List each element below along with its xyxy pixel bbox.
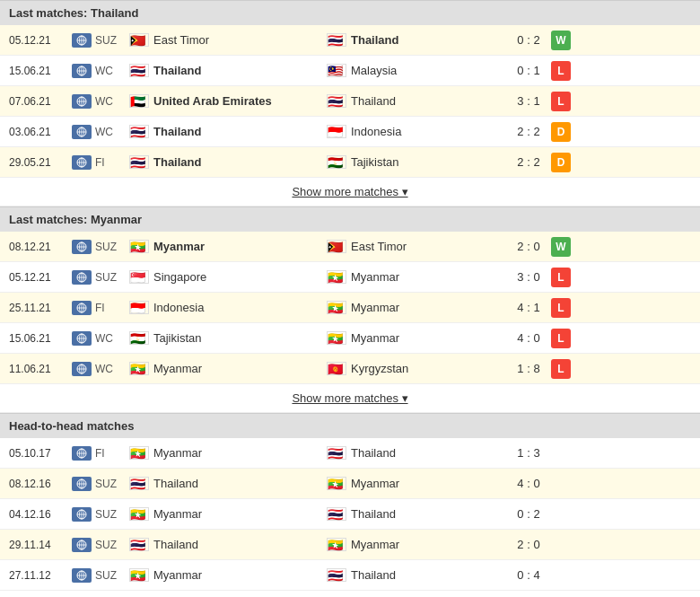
away-flag: 🇹🇭 [327, 507, 346, 521]
team-home[interactable]: 🇹🇭Thailand [129, 538, 327, 551]
team-away[interactable]: 🇹🇭Thailand [327, 568, 506, 582]
away-team-name: Myanmar [351, 301, 399, 314]
match-row: 15.06.21WC🇹🇭Thailand🇲🇾Malaysia0 : 1L [0, 56, 700, 86]
match-score: 2 : 0 [506, 538, 551, 551]
competition-label: SUZ [95, 241, 129, 253]
match-date: 05.12.21 [9, 271, 72, 284]
team-away[interactable]: 🇹🇱East Timor [327, 240, 506, 253]
competition-icon [72, 362, 92, 376]
section-header-h2h: Head-to-head matches [0, 413, 700, 438]
result-badge: L [551, 268, 571, 287]
home-flag: 🇹🇭 [129, 477, 149, 490]
team-home[interactable]: 🇲🇲Myanmar [129, 362, 327, 375]
show-more-row-thailand: Show more matches ▾ [0, 178, 700, 206]
app-container: Last matches: Thailand05.12.21SUZ🇹🇱East … [0, 0, 700, 591]
team-home[interactable]: 🇹🇭Thailand [129, 125, 327, 138]
competition-icon [72, 538, 92, 552]
competition-label: FI [95, 156, 129, 169]
team-home[interactable]: 🇲🇲Myanmar [129, 446, 327, 460]
team-home[interactable]: 🇸🇬Singapore [129, 270, 327, 284]
result-badge: L [551, 329, 571, 348]
home-team-name: East Timor [153, 33, 209, 47]
team-away[interactable]: 🇰🇬Kyrgyzstan [327, 362, 506, 375]
team-away[interactable]: 🇹🇭Thailand [327, 446, 506, 460]
away-team-name: Thailand [351, 94, 396, 108]
team-home[interactable]: 🇹🇯Tajikistan [129, 331, 327, 345]
away-team-name: Thailand [351, 446, 396, 460]
away-team-name: Thailand [351, 507, 396, 521]
team-away[interactable]: 🇲🇲Myanmar [327, 538, 506, 551]
match-date: 07.06.21 [9, 95, 72, 108]
team-away[interactable]: 🇹🇭Thailand [327, 94, 506, 108]
match-row: 08.12.21SUZ🇲🇲Myanmar🇹🇱East Timor2 : 0W [0, 232, 700, 262]
team-home[interactable]: 🇹🇭Thailand [129, 477, 327, 490]
away-team-name: Indonesia [351, 125, 401, 138]
home-flag: 🇦🇪 [129, 94, 149, 108]
home-flag: 🇲🇲 [129, 507, 149, 521]
match-date: 11.06.21 [9, 363, 72, 375]
away-flag: 🇹🇭 [327, 94, 346, 108]
home-team-name: Myanmar [153, 362, 202, 375]
competition-label: WC [95, 95, 129, 108]
match-score: 2 : 2 [506, 155, 551, 169]
competition-label: SUZ [95, 478, 129, 490]
match-score: 4 : 0 [506, 477, 551, 490]
competition-label: WC [95, 65, 129, 77]
team-away[interactable]: 🇲🇲Myanmar [327, 331, 506, 345]
show-more-link-thailand[interactable]: Show more matches ▾ [292, 185, 407, 198]
away-team-name: Malaysia [351, 64, 397, 77]
result-badge: W [551, 237, 571, 257]
team-away[interactable]: 🇲🇲Myanmar [327, 270, 506, 284]
home-team-name: Thailand [153, 538, 198, 551]
competition-icon [72, 155, 92, 170]
team-home[interactable]: 🇲🇲Myanmar [129, 568, 327, 582]
away-team-name: Thailand [351, 568, 396, 582]
competition-icon [72, 240, 92, 254]
away-flag: 🇹🇭 [327, 446, 346, 460]
result-badge: L [551, 61, 571, 81]
home-flag: 🇹🇯 [129, 331, 149, 345]
team-away[interactable]: 🇲🇲Myanmar [327, 477, 506, 490]
match-date: 08.12.21 [9, 241, 72, 253]
match-date: 05.10.17 [9, 447, 72, 460]
home-team-name: Myanmar [153, 507, 202, 521]
away-flag: 🇹🇭 [327, 33, 346, 47]
team-away[interactable]: 🇹🇭Thailand [327, 507, 506, 521]
team-home[interactable]: 🇹🇱East Timor [129, 33, 327, 47]
match-score: 0 : 1 [506, 64, 551, 77]
match-date: 29.11.14 [9, 539, 72, 551]
team-away[interactable]: 🇲🇲Myanmar [327, 301, 506, 314]
team-home[interactable]: 🇮🇩Indonesia [129, 301, 327, 314]
competition-label: FI [95, 302, 129, 314]
match-row: 29.11.14SUZ🇹🇭Thailand🇲🇲Myanmar2 : 0 [0, 530, 700, 560]
match-row: 03.06.21WC🇹🇭Thailand🇮🇩Indonesia2 : 2D [0, 117, 700, 147]
result-badge: L [551, 92, 571, 111]
team-home[interactable]: 🇦🇪United Arab Emirates [129, 94, 327, 108]
match-date: 04.12.16 [9, 508, 72, 521]
match-date: 08.12.16 [9, 478, 72, 490]
match-date: 03.06.21 [9, 126, 72, 138]
competition-label: WC [95, 363, 129, 375]
team-home[interactable]: 🇲🇲Myanmar [129, 507, 327, 521]
team-away[interactable]: 🇹🇯Tajikistan [327, 155, 506, 169]
home-flag: 🇲🇲 [129, 240, 149, 253]
away-flag: 🇹🇭 [327, 568, 346, 582]
home-team-name: Thailand [153, 64, 201, 77]
match-row: 25.11.21FI🇮🇩Indonesia🇲🇲Myanmar4 : 1L [0, 293, 700, 323]
home-flag: 🇲🇲 [129, 446, 149, 460]
team-home[interactable]: 🇲🇲Myanmar [129, 240, 327, 253]
away-flag: 🇹🇱 [327, 240, 346, 253]
away-flag: 🇲🇲 [327, 301, 346, 314]
competition-icon [72, 446, 92, 461]
match-row: 04.12.16SUZ🇲🇲Myanmar🇹🇭Thailand0 : 2 [0, 499, 700, 530]
team-away[interactable]: 🇹🇭Thailand [327, 33, 506, 47]
team-away[interactable]: 🇲🇾Malaysia [327, 64, 506, 77]
competition-icon [72, 301, 92, 315]
home-team-name: Myanmar [153, 240, 205, 253]
team-home[interactable]: 🇹🇭Thailand [129, 64, 327, 77]
competition-icon [72, 331, 92, 346]
result-badge: D [551, 153, 571, 172]
show-more-link-myanmar[interactable]: Show more matches ▾ [292, 391, 407, 405]
team-away[interactable]: 🇮🇩Indonesia [327, 125, 506, 138]
team-home[interactable]: 🇹🇭Thailand [129, 155, 327, 169]
